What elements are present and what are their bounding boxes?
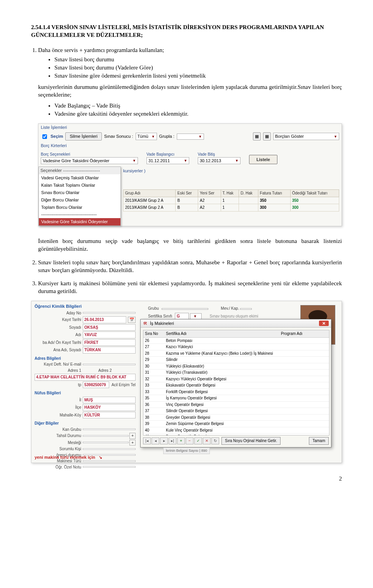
list-item[interactable]: 37Silindir Operatör Belgesi bbox=[143, 408, 329, 415]
listele-button[interactable]: Listele bbox=[249, 155, 277, 165]
field[interactable]: HASKÖY bbox=[83, 404, 136, 411]
secenekler-item[interactable]: Toplam Borcu Olanlar bbox=[39, 204, 120, 211]
mevkap-input[interactable] bbox=[240, 308, 252, 310]
cell: B bbox=[176, 204, 198, 212]
borc-secenekleri-dropdown[interactable]: Vadesine Göre Taksidini Ödeyenler ▼ bbox=[41, 157, 138, 165]
field[interactable]: YAVUZ bbox=[83, 331, 136, 338]
field[interactable]: MUŞ bbox=[83, 397, 136, 404]
col-thak[interactable]: T. Hak bbox=[221, 190, 239, 197]
date-picker-icon[interactable]: 📅 bbox=[128, 317, 136, 323]
table-row[interactable]: 2013/KASIM Grup 2 A B A2 1 350 350 bbox=[124, 197, 339, 204]
list-item[interactable]: 33Forklift Operatör Belgesi bbox=[143, 389, 329, 395]
cell: A2 bbox=[198, 204, 221, 212]
borc-table: Grup Adı Eski Ser Yeni Ser T. Hak D. Hak… bbox=[123, 189, 339, 212]
vade-baslangic-lbl: Vade Başlangıcı bbox=[146, 152, 189, 157]
sertifika-dd[interactable]: ▼ bbox=[190, 313, 202, 319]
field[interactable] bbox=[83, 466, 136, 468]
field[interactable]: 5398250079 bbox=[83, 382, 109, 389]
sinav-sonucu-dropdown[interactable]: Tümü ▼ bbox=[136, 133, 157, 140]
field[interactable] bbox=[83, 448, 136, 450]
list-item[interactable]: 28Kazıma ve Yükleme (Kanal Kazıyıcı (Bek… bbox=[143, 350, 329, 357]
last-icon[interactable]: ▸| bbox=[169, 437, 176, 444]
cell bbox=[239, 197, 258, 204]
sira-reset-button[interactable]: Sıra Noyu Orjinal Haline Getir. bbox=[221, 437, 281, 445]
list-item[interactable]: 31Yükleyici (Transkavatör) bbox=[143, 369, 329, 376]
col-dhak[interactable]: D. Hak bbox=[239, 190, 258, 197]
list-item[interactable]: 32Kazıyıcı Yükleyici Operatör Belgesi bbox=[143, 376, 329, 382]
secenekler-item[interactable]: Vadesi Geçmiş Taksidi Olanlar bbox=[39, 174, 120, 182]
secim-checkbox[interactable] bbox=[42, 134, 47, 139]
field[interactable] bbox=[83, 460, 136, 462]
borc-kriterleri-panel: Borç Seçenekleri Vadesine Göre Taksidini… bbox=[38, 149, 342, 167]
col-eski[interactable]: Eski Ser bbox=[176, 190, 198, 197]
col-program[interactable]: Program Adı bbox=[279, 330, 329, 337]
list-item[interactable]: 33Ekskavatör Operatör Belgesi bbox=[143, 382, 329, 389]
export-button-2[interactable]: ▦ bbox=[263, 132, 271, 140]
field[interactable]: 4.ETAP MAH CELALETTİN RUMİ C B9 BLOK KAT bbox=[35, 374, 136, 381]
silme-button[interactable]: Silme İşlemleri bbox=[65, 132, 102, 140]
close-button[interactable]: ✕ bbox=[319, 321, 329, 326]
red-note: yeni makina türü eklemek için ↘ bbox=[35, 454, 102, 460]
sertifika-input[interactable]: G bbox=[175, 313, 189, 320]
lbl: Sorumlu Kişi bbox=[35, 446, 83, 452]
vade-bitis-input[interactable]: 30.12.2013 ▼ bbox=[198, 157, 241, 165]
dialog-list[interactable]: Sıra No Sertifika Adı Program Adı 26Beto… bbox=[143, 330, 329, 435]
field[interactable]: TÜRKAN bbox=[83, 347, 136, 354]
vade-baslangic-input[interactable]: 31.12.2011 ▼ bbox=[146, 157, 189, 165]
secenekler-item[interactable]: Sınav Borcu Olanlar bbox=[39, 189, 120, 196]
dialog-title: İş Makineleri bbox=[150, 321, 174, 326]
tamam-button[interactable]: Tamam bbox=[309, 437, 329, 445]
list-item[interactable]: 29Silindir bbox=[143, 357, 329, 363]
field[interactable]: 26.04.2013 bbox=[83, 316, 126, 323]
list-item[interactable]: 30Yükleyici (Ekskavatör) bbox=[143, 363, 329, 369]
adres-head: Adres Bilgileri bbox=[35, 356, 136, 361]
list-item[interactable]: 38Greyder Operatör Belgesi bbox=[143, 414, 329, 421]
list-item[interactable]: 39Zemin Süpürme Operatör Belgesi bbox=[143, 421, 329, 427]
lbl: Mesleği bbox=[35, 440, 83, 446]
plus-button[interactable]: + bbox=[129, 433, 136, 439]
para-istenilen: İstenilen borç durumunu seçip vade başla… bbox=[38, 237, 342, 253]
field[interactable] bbox=[83, 364, 136, 365]
col-fatura[interactable]: Fatura Tutarı bbox=[258, 190, 290, 197]
list-item[interactable]: 40Kule Vinç Operatör Belgesi bbox=[143, 427, 329, 434]
delete-icon[interactable]: − bbox=[186, 437, 193, 444]
lbl: Adı bbox=[35, 332, 83, 338]
list-item[interactable]: 27Kazıcı Yükleyici bbox=[143, 344, 329, 350]
col-odenen[interactable]: Ödediği Taksit Tutarı bbox=[290, 190, 339, 197]
secenekler-dropdown-list[interactable]: Seçenekler -------------------------- Va… bbox=[38, 167, 121, 226]
field[interactable] bbox=[83, 428, 136, 430]
prev-icon[interactable]: ◂ bbox=[152, 437, 159, 444]
list-item[interactable]: 35İş Kamyonu Operatör Belgesi bbox=[143, 395, 329, 402]
field[interactable]: KÜLTÜR bbox=[83, 412, 136, 419]
secenekler-item[interactable]: Diğer Borcu Olanlar bbox=[39, 196, 120, 204]
first-icon[interactable]: |◂ bbox=[143, 437, 151, 444]
section-heading: 2.54.1.4 VERSİON SINAV LİSTELERİ, MEİS İ… bbox=[31, 23, 342, 39]
lbl: Adres 1 bbox=[35, 368, 83, 373]
next-icon[interactable]: ▸ bbox=[160, 437, 168, 444]
secenekler-item-selected[interactable]: Vadesine Göre Taksidini Ödeyenler bbox=[39, 218, 120, 225]
cancel-icon[interactable]: ✕ bbox=[203, 437, 211, 444]
add-icon[interactable]: + bbox=[177, 437, 185, 444]
col-sertifika[interactable]: Sertifika Adı bbox=[164, 330, 279, 337]
page-number: 2 bbox=[31, 475, 342, 482]
field[interactable]: OKSAŞ bbox=[83, 324, 136, 331]
field[interactable]: FİKRET bbox=[83, 339, 136, 346]
grubu-input[interactable] bbox=[162, 308, 208, 310]
field[interactable] bbox=[83, 442, 129, 443]
confirm-icon[interactable]: ✓ bbox=[194, 437, 202, 444]
col-grup[interactable]: Grup Adı bbox=[124, 190, 176, 197]
field[interactable] bbox=[83, 312, 136, 314]
refresh-icon[interactable]: ↻ bbox=[211, 437, 219, 444]
col-sira[interactable]: Sıra No bbox=[143, 330, 164, 337]
field[interactable] bbox=[83, 435, 129, 437]
plus-button[interactable]: + bbox=[129, 440, 136, 446]
grupla-dropdown[interactable]: ▼ bbox=[177, 134, 204, 140]
sinav-sonucu-label: Sınav Sonucu : bbox=[104, 134, 133, 139]
list-item[interactable]: 36Vinç Operatör Belgesi bbox=[143, 401, 329, 408]
borclari-goster-dropdown[interactable]: Borçları Göster ▼ bbox=[273, 133, 339, 140]
list-item[interactable]: 26Beton Pompası bbox=[143, 337, 329, 344]
export-button-1[interactable]: ▦ bbox=[253, 132, 261, 140]
col-yeni[interactable]: Yeni Ser bbox=[198, 190, 221, 197]
secenekler-item[interactable]: Kalan Taksit Toplamı Olanlar bbox=[39, 182, 120, 189]
table-row[interactable]: 2013/KASIM Grup 2 A B A2 1 300 300 bbox=[124, 204, 339, 212]
